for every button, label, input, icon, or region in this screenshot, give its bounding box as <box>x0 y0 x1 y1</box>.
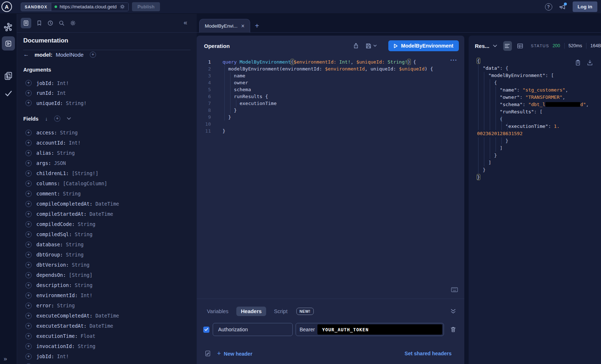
field-type[interactable]: Int! <box>57 353 69 359</box>
field-type[interactable]: String <box>57 150 75 156</box>
edit-as-text-icon[interactable] <box>205 350 211 357</box>
field-row[interactable]: columns:[CatalogColumn] <box>17 178 197 189</box>
sort-descending-icon[interactable]: ↓ <box>45 116 48 122</box>
field-row[interactable]: description:String <box>17 280 197 290</box>
add-field-to-operation-icon[interactable] <box>25 242 32 248</box>
add-field-to-operation-icon[interactable] <box>25 130 32 136</box>
field-row[interactable]: database:String <box>17 239 197 250</box>
chevron-down-icon[interactable] <box>67 117 71 120</box>
collapse-section-double-chevron-icon[interactable] <box>450 309 456 314</box>
add-field-to-operation-icon[interactable] <box>25 333 32 339</box>
expand-rail-icon[interactable]: » <box>4 355 7 363</box>
breadcrumb-type[interactable]: ModelNode <box>56 52 84 58</box>
set-shared-headers-link[interactable]: Set shared headers <box>405 351 452 356</box>
response-json[interactable]: { "data": { "modelByEnvironment": [ { "n… <box>477 57 589 181</box>
add-field-to-operation-icon[interactable] <box>25 90 32 96</box>
field-type[interactable]: DateTime <box>89 323 113 329</box>
field-type[interactable]: [CatalogColumn] <box>63 181 107 186</box>
sandbox-badge[interactable]: SANDBOX <box>21 3 51 11</box>
code-line[interactable]: 3 name <box>197 72 464 79</box>
code-line[interactable]: 9 } <box>197 114 464 121</box>
field-row[interactable]: compileCompletedAt:DateTime <box>17 199 197 209</box>
delete-header-trash-icon[interactable] <box>450 326 456 333</box>
view-as-table-icon[interactable] <box>517 43 523 49</box>
tab-variables[interactable]: Variables <box>203 307 233 316</box>
field-row[interactable]: childrenL1:[String!] <box>17 168 197 178</box>
endpoint-settings-gear-icon[interactable] <box>120 4 125 9</box>
field-type[interactable]: String <box>75 231 93 237</box>
code-line[interactable]: 1query ModelByEnvironment($environmentId… <box>197 58 464 65</box>
header-key-input[interactable] <box>213 323 293 336</box>
add-field-to-operation-icon[interactable] <box>25 262 32 268</box>
header-enabled-checkbox[interactable] <box>203 327 209 333</box>
add-field-to-operation-icon[interactable] <box>25 191 32 197</box>
field-type[interactable]: String <box>60 130 78 136</box>
operation-collections-icon[interactable] <box>4 71 13 81</box>
endpoint-url-field[interactable]: https://metadata.cloud.getd <box>51 3 128 11</box>
add-field-to-operation-icon[interactable] <box>25 170 32 177</box>
field-row[interactable]: alias:String <box>17 148 197 158</box>
run-operation-button[interactable]: ModelByEnvironment <box>388 40 459 51</box>
field-type[interactable]: JSON <box>54 160 66 166</box>
login-button[interactable]: Log in <box>573 1 598 12</box>
code-line[interactable]: 4 owner <box>197 79 464 86</box>
field-type[interactable]: DateTime <box>89 211 113 217</box>
add-field-to-operation-icon[interactable] <box>25 323 32 329</box>
code-line[interactable]: 11} <box>197 128 464 134</box>
field-row[interactable]: dbtGroup:String <box>17 250 197 260</box>
field-row[interactable]: jobId:Int! <box>17 351 197 361</box>
field-type[interactable]: DateTime <box>95 313 119 319</box>
share-operation-icon[interactable] <box>353 43 359 49</box>
field-type[interactable]: [String] <box>69 272 92 278</box>
field-type[interactable]: [String!] <box>72 170 98 176</box>
field-type[interactable]: DateTime <box>95 201 119 207</box>
collapse-panel-icon[interactable]: « <box>184 19 187 27</box>
field-type[interactable]: String <box>78 221 96 227</box>
editor-overflow-menu-icon[interactable]: ••• <box>450 58 458 62</box>
code-line[interactable]: 8 } <box>197 107 464 114</box>
schema-graph-icon[interactable] <box>4 23 13 32</box>
field-row[interactable]: compiledCode:String <box>17 219 197 229</box>
save-operation-group[interactable] <box>365 43 377 49</box>
add-field-to-operation-icon[interactable] <box>25 150 32 156</box>
add-field-to-operation-icon[interactable] <box>25 231 32 238</box>
add-field-to-operation-icon[interactable] <box>25 201 32 207</box>
add-field-to-operation-icon[interactable] <box>25 292 32 299</box>
code-editor[interactable]: 1query ModelByEnvironment($environmentId… <box>197 58 464 134</box>
field-row[interactable]: invocationId:String <box>17 341 197 351</box>
field-row[interactable]: uniqueId:String! <box>17 98 197 108</box>
add-field-to-operation-icon[interactable] <box>25 100 32 106</box>
add-field-to-operation-icon[interactable] <box>25 343 32 349</box>
code-line[interactable]: 2 modelByEnvironment(environmentId: $env… <box>197 65 464 72</box>
code-line[interactable]: 5 schema <box>197 86 464 93</box>
rail-item-operations-selected[interactable] <box>2 36 15 50</box>
checks-icon[interactable] <box>4 89 13 97</box>
field-row[interactable]: environmentId:Int! <box>17 290 197 300</box>
add-field-to-operation-icon[interactable] <box>25 211 32 217</box>
operation-tab[interactable]: ModelByEnvi... × <box>199 19 250 33</box>
tab-script[interactable]: Script <box>270 307 292 316</box>
documentation-tab-icon[interactable] <box>21 18 31 28</box>
view-as-json-icon[interactable] <box>503 41 512 51</box>
field-row[interactable]: comment:String <box>17 189 197 199</box>
add-field-to-operation-icon[interactable] <box>25 303 32 309</box>
field-type[interactable]: String <box>57 303 75 308</box>
history-icon[interactable] <box>47 20 53 26</box>
add-field-to-operation-icon[interactable] <box>25 353 32 360</box>
field-type[interactable]: String <box>78 343 96 349</box>
code-line[interactable]: 7 executionTime <box>197 100 464 107</box>
announcements-icon[interactable] <box>559 4 566 10</box>
add-all-fields-icon[interactable] <box>54 116 60 122</box>
tab-headers[interactable]: Headers <box>236 307 266 316</box>
field-row[interactable]: dbtVersion:String <box>17 260 197 270</box>
field-row[interactable]: accountId:Int! <box>17 138 197 148</box>
add-field-icon[interactable] <box>90 52 96 58</box>
field-type[interactable]: String <box>66 252 84 258</box>
save-floppy-icon[interactable] <box>365 43 372 49</box>
keyboard-shortcuts-icon[interactable] <box>451 287 458 292</box>
field-row[interactable]: args:JSON <box>17 158 197 168</box>
response-title[interactable]: Res... <box>475 43 489 49</box>
field-row[interactable]: jobId:Int! <box>17 78 197 88</box>
add-field-to-operation-icon[interactable] <box>25 221 32 227</box>
close-tab-icon[interactable]: × <box>241 23 244 29</box>
